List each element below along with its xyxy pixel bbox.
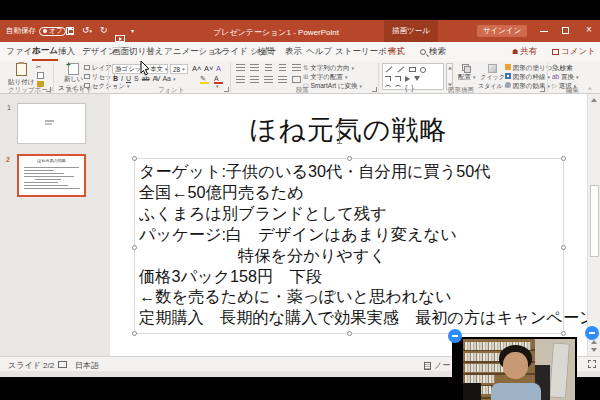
shape-arrow-right-icon[interactable]	[405, 76, 410, 82]
line-spacing-icon[interactable]	[292, 64, 301, 71]
minimize-icon[interactable]	[540, 31, 548, 32]
clipboard-dialog-launcher[interactable]	[46, 87, 51, 92]
tab-format[interactable]: 書式	[388, 42, 405, 61]
font-dialog-launcher[interactable]	[224, 87, 229, 92]
strikethrough-button[interactable]: ab	[142, 75, 150, 82]
resize-handle-mid-left[interactable]	[132, 245, 137, 250]
shape-outline-button[interactable]: 図形の枠線	[505, 73, 550, 82]
search-box[interactable]: 検索	[420, 42, 446, 61]
shadow-button[interactable]: S	[134, 75, 139, 82]
autosave-label: 自動保存	[6, 26, 36, 36]
autosave-toggle[interactable]: 自動保存 オフ	[6, 26, 66, 36]
save-icon[interactable]	[66, 27, 74, 35]
share-button[interactable]: ☗ 共有	[512, 42, 537, 61]
previous-slide-icon[interactable]	[591, 340, 597, 344]
comments-button[interactable]: コメント	[552, 42, 596, 61]
shapes-gallery[interactable]: { }	[382, 63, 444, 90]
smartart-button[interactable]: ⬡ SmartArt に変換	[303, 82, 362, 91]
copy-icon[interactable]	[37, 72, 44, 79]
shape-brace-right-icon[interactable]: }	[411, 84, 413, 91]
shape-arrow-line-icon[interactable]	[397, 66, 405, 74]
tab-home[interactable]: ホーム	[32, 42, 58, 61]
collapse-ribbon-icon[interactable]: ˄	[588, 86, 592, 92]
resize-handle-bottom-right[interactable]	[561, 331, 566, 336]
slide1-thumbnail[interactable]	[17, 103, 86, 144]
vertical-scrollbar[interactable]	[587, 94, 600, 356]
content-textbox[interactable]: ターゲット:子供のいる30代・自分用に買う50代 全国←50億円売るため ふくま…	[134, 158, 564, 334]
italic-button[interactable]: I	[121, 75, 123, 82]
bullets-icon[interactable]	[236, 64, 245, 71]
accessibility-icon[interactable]	[58, 361, 67, 368]
resize-handle-bottom-left[interactable]	[132, 331, 137, 336]
resize-handle-top-right[interactable]	[561, 156, 566, 161]
shape-rectangle-icon[interactable]	[409, 67, 416, 72]
shape-arrow-down-icon[interactable]	[414, 76, 420, 81]
change-case-button[interactable]: Aa	[162, 75, 175, 82]
person-shirt	[491, 383, 541, 400]
start-slideshow-icon[interactable]	[115, 35, 125, 42]
cut-icon[interactable]: ✂	[36, 63, 41, 71]
arrange-button[interactable]: 配置	[458, 64, 476, 82]
shape-curve-icon[interactable]	[395, 85, 401, 90]
underline-button[interactable]: U	[126, 75, 131, 82]
decrease-font-icon[interactable]: A˅	[204, 64, 213, 73]
tab-insert[interactable]: 挿入	[58, 42, 75, 61]
slide-canvas[interactable]: ほね元気の戦略 ターゲット:子供のいる30代・自分用に買う50代 全国←50億円…	[110, 94, 587, 356]
decrease-indent-icon[interactable]	[265, 64, 272, 71]
scrollbar-thumb[interactable]	[590, 185, 599, 257]
character-spacing-button[interactable]: AV	[153, 75, 160, 82]
close-icon[interactable]: ×	[586, 25, 592, 35]
tab-transitions[interactable]: 画面切り替え	[112, 42, 163, 61]
align-left-icon[interactable]	[236, 76, 245, 83]
numbering-icon[interactable]	[250, 64, 259, 71]
undo-icon[interactable]: ↺▾	[82, 26, 92, 36]
replace-button[interactable]: ab 置換	[552, 73, 579, 82]
language-indicator[interactable]: 日本語	[75, 360, 99, 371]
shape-arc-icon[interactable]	[385, 85, 391, 90]
slide2-thumbnail[interactable]: ほね元気の戦略	[17, 154, 86, 197]
resize-handle-top-mid[interactable]	[347, 156, 352, 161]
body-text: ターゲット:子供のいる30代・自分用に買う50代 全国←50億円売るため ふくま…	[139, 161, 563, 328]
text-direction-button[interactable]: ⇅ 文字列の方向	[303, 64, 354, 73]
find-button[interactable]: 検索	[552, 64, 573, 73]
drawing-dialog-launcher[interactable]	[540, 87, 545, 92]
columns-icon[interactable]	[292, 76, 301, 83]
signin-button[interactable]: サインイン	[477, 25, 527, 37]
resize-handle-mid-right[interactable]	[561, 245, 566, 250]
tab-help[interactable]: ヘルプ	[306, 42, 332, 61]
paragraph-dialog-launcher[interactable]	[372, 87, 377, 92]
scroll-up-icon[interactable]	[591, 98, 597, 102]
increase-indent-icon[interactable]	[279, 64, 286, 71]
align-center-icon[interactable]	[250, 76, 259, 83]
bold-button[interactable]: B	[113, 75, 118, 82]
quick-styles-button[interactable]: クイック スタイル	[478, 64, 507, 91]
ruby-icon[interactable]: A	[216, 64, 221, 73]
body-line: 価格3パック158円 下段	[139, 266, 563, 287]
font-color-button[interactable]: A	[214, 75, 223, 84]
webcam-handle-right[interactable]	[585, 326, 599, 340]
next-slide-icon[interactable]	[591, 348, 597, 352]
shape-brace-left-icon[interactable]: {	[405, 84, 407, 91]
tab-review[interactable]: 校閲	[257, 42, 274, 61]
tab-view[interactable]: 表示	[285, 42, 302, 61]
redo-icon[interactable]: ↻	[100, 26, 108, 35]
shape-line-icon[interactable]	[385, 66, 393, 74]
resize-handle-top-left[interactable]	[132, 156, 137, 161]
slide-title[interactable]: ほね元気の戦略	[110, 112, 587, 148]
resize-handle-bottom-mid[interactable]	[347, 331, 352, 336]
align-text-button[interactable]: ⊞ 文字の配置	[303, 73, 347, 82]
shape-elbow-arrow-icon[interactable]	[395, 76, 401, 81]
align-right-icon[interactable]	[264, 76, 273, 83]
font-size-combo[interactable]: 28	[170, 64, 188, 74]
webcam-overlay[interactable]	[452, 337, 577, 400]
webcam-handle-left[interactable]	[448, 329, 462, 343]
maximize-icon[interactable]	[562, 27, 569, 34]
paste-button[interactable]: 貼り付け	[8, 63, 34, 87]
justify-icon[interactable]	[278, 76, 287, 83]
shape-elbow-icon[interactable]	[385, 76, 391, 81]
qat-customize-icon[interactable]: ▾	[131, 27, 134, 36]
shape-oval-icon[interactable]	[420, 67, 426, 73]
fit-slide-to-window-icon[interactable]	[588, 360, 596, 368]
increase-font-icon[interactable]: A˄	[192, 64, 201, 73]
highlight-color-button[interactable]: ✎	[200, 75, 209, 84]
